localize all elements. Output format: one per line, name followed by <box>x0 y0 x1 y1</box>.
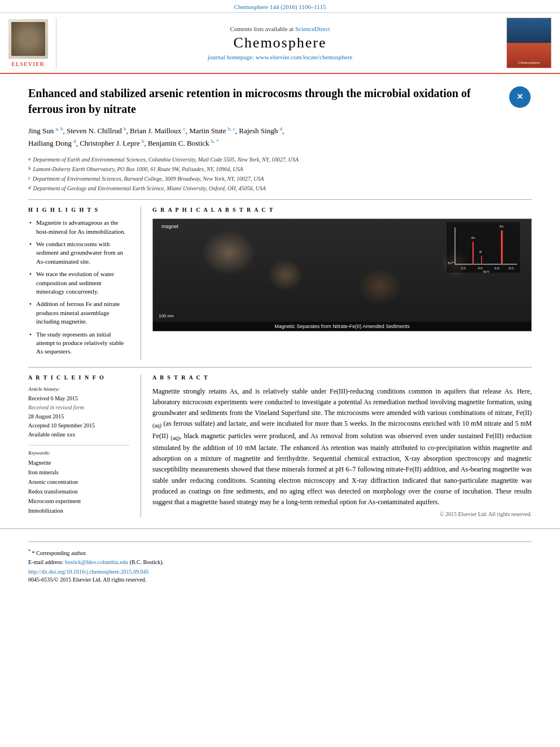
email-footnote: E-mail address: bostick@ldeo.columbia.ed… <box>28 559 532 565</box>
journal-header-center: Contents lists available at ScienceDirec… <box>62 18 498 68</box>
highlight-item-1: Magnetite is advantageous as the host-mi… <box>28 219 129 236</box>
svg-text:Fe: Fe <box>500 224 504 229</box>
revised-date: 28 August 2015 <box>28 413 64 420</box>
article-title-block: Enhanced and stabilized arsenic retentio… <box>28 85 532 117</box>
keywords-section: Keywords: Magnetite Iron minerals Arseni… <box>28 450 129 516</box>
accepted-date: Accepted 10 September 2015 <box>28 422 95 429</box>
graphical-abstract-caption: Magnetic Separates from Nitrate-Fe(II) A… <box>153 322 531 331</box>
info-abstract-section: A R T I C L E I N F O Article history: R… <box>28 374 532 517</box>
highlights-column: H I G H L I G H T S Magnetite is advanta… <box>28 207 141 360</box>
svg-text:KeV: KeV <box>483 270 490 273</box>
keyword-5: Microcosm experiment <box>28 496 129 506</box>
affiliation-a: a Department of Earth and Environmental … <box>28 155 532 164</box>
journal-reference-text: Chemosphere 144 (2016) 1106–1115 <box>234 3 326 10</box>
author-email-link[interactable]: bostick@ldeo.columbia.edu <box>65 559 128 565</box>
copyright-text: © 2015 Elsevier Ltd. All rights reserved… <box>152 511 532 517</box>
journal-title: Chemosphere <box>234 34 327 51</box>
svg-text:6.0: 6.0 <box>495 266 500 270</box>
abstract-column: A B S T R A C T Magnetite strongly retai… <box>152 374 532 517</box>
graphical-abstract-heading: G R A P H I C A L A B S T R A C T <box>152 207 532 213</box>
history-label: Article history: <box>28 386 129 392</box>
affiliation-c: c Department of Environmental Sciences, … <box>28 174 532 183</box>
svg-text:8.0: 8.0 <box>509 266 514 270</box>
highlight-item-2: We conduct microcosms with sediment and … <box>28 240 129 266</box>
elsevier-logo: ELSEVIER <box>6 18 56 68</box>
keyword-2: Iron minerals <box>28 468 129 477</box>
journal-reference-bar: Chemosphere 144 (2016) 1106–1115 <box>0 0 560 13</box>
journal-cover <box>504 18 554 68</box>
corresponding-author-note: * * Corresponding author. <box>28 549 532 556</box>
footer-divider <box>28 541 532 542</box>
keywords-list: Magnetite Iron minerals Arsenic concentr… <box>28 458 129 516</box>
received-date: Received 6 May 2015 <box>28 395 78 401</box>
elsevier-label: ELSEVIER <box>11 61 45 67</box>
keyword-6: Immobilization <box>28 506 129 516</box>
journal-header: ELSEVIER Contents lists available at Sci… <box>0 13 560 74</box>
crossmark-badge <box>509 86 532 109</box>
abstract-text: Magnetite strongly retains As, and is re… <box>152 386 532 508</box>
scale-bar-label: 100 nm <box>159 313 174 318</box>
highlights-list: Magnetite is advantageous as the host-mi… <box>28 219 129 356</box>
available-date: Available online xxx <box>28 431 75 438</box>
journal-cover-image <box>506 18 552 68</box>
article-dates: Received 6 May 2015 Received in revised … <box>28 394 129 439</box>
contents-label: Contents lists available at ScienceDirec… <box>230 25 330 32</box>
section-divider-2 <box>28 367 532 368</box>
affiliation-d: d Department of Geology and Environmenta… <box>28 184 532 193</box>
magnet-label: magnet <box>161 224 178 229</box>
highlight-item-5: The study represents an initial attempt … <box>28 330 129 356</box>
highlights-heading: H I G H L I G H T S <box>28 207 129 213</box>
svg-text:2.0: 2.0 <box>461 266 466 270</box>
svg-text:Fe²⁺: Fe²⁺ <box>448 261 455 265</box>
elsevier-logo-image <box>8 19 48 59</box>
article-info-column: A R T I C L E I N F O Article history: R… <box>28 374 141 517</box>
graphical-abstract-column: G R A P H I C A L A B S T R A C T magnet… <box>152 207 532 360</box>
keyword-3: Arsenic concentration <box>28 477 129 487</box>
graphical-abstract-image: magnet 2.0 4.0 6.0 8.0 KeV <box>152 219 532 331</box>
revised-label: Received in revised form <box>28 404 84 410</box>
section-divider-1 <box>28 199 532 200</box>
affiliation-b: b Lamont-Doherty Earth Observatory, PO B… <box>28 165 532 173</box>
svg-text:K: K <box>479 250 482 254</box>
keyword-4: Redox transformation <box>28 487 129 496</box>
sciencedirect-link[interactable]: ScienceDirect <box>295 25 330 32</box>
highlight-item-3: We trace the evolution of water composit… <box>28 270 129 296</box>
svg-text:4.0: 4.0 <box>478 266 483 270</box>
doi-link[interactable]: http://dx.doi.org/10.1016/j.chemosphere.… <box>28 569 532 575</box>
keyword-1: Magnetite <box>28 458 129 468</box>
keywords-label: Keywords: <box>28 450 129 456</box>
highlight-item-4: Addition of ferrous Fe and nitrate produ… <box>28 300 129 326</box>
article-info-heading: A R T I C L E I N F O <box>28 374 129 381</box>
crossmark-icon <box>509 86 531 108</box>
issn-text: 0045-6535/© 2015 Elsevier Ltd. All right… <box>28 576 532 583</box>
authors-line: Jing Sun a, b, Steven N. Chillrud b, Bri… <box>28 125 532 150</box>
article-footer: * * Corresponding author. E-mail address… <box>0 528 560 588</box>
info-divider <box>28 445 129 445</box>
article-title-text: Enhanced and stabilized arsenic retentio… <box>28 85 504 117</box>
svg-text:As: As <box>471 235 475 240</box>
homepage-link[interactable]: www.elsevier.com/locate/chemosphere <box>256 54 353 60</box>
abstract-heading: A B S T R A C T <box>152 374 532 381</box>
affiliations-block: a Department of Earth and Environmental … <box>28 155 532 193</box>
svg-rect-0 <box>447 222 520 273</box>
spectrum-chart: 2.0 4.0 6.0 8.0 KeV As K Fe Fe²⁺ <box>447 222 520 273</box>
article-main: Enhanced and stabilized arsenic retentio… <box>0 74 560 523</box>
highlights-graphical-section: H I G H L I G H T S Magnetite is advanta… <box>28 207 532 360</box>
journal-homepage: journal homepage: www.elsevier.com/locat… <box>208 54 352 60</box>
